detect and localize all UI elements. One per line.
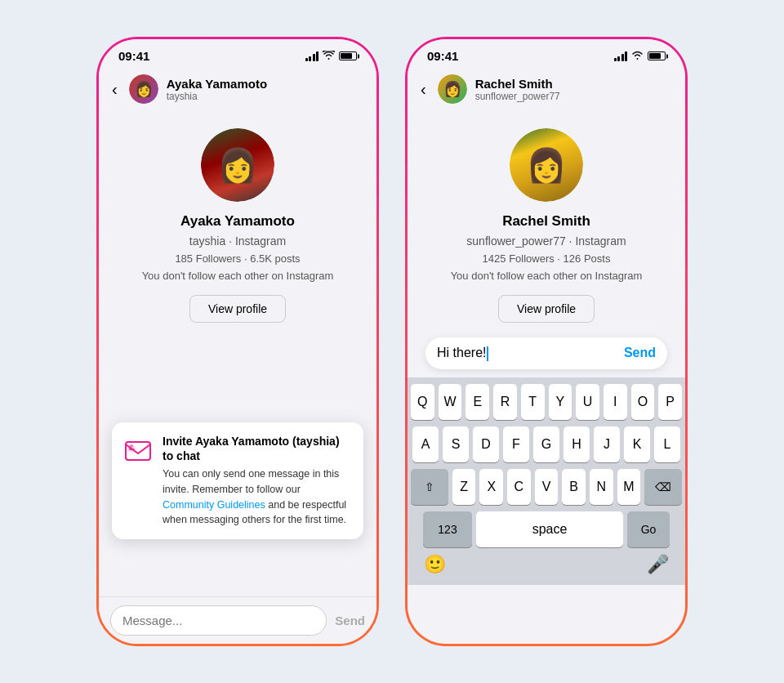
space-key[interactable]: space <box>476 511 623 547</box>
invite-text-block: Invite Ayaka Yamamoto (tayshia) to chat … <box>163 434 352 528</box>
message-input-active-right[interactable]: Hi there! Send <box>425 337 667 369</box>
profile-handle-left: tayshia · Instagram <box>189 234 286 248</box>
status-bar-left: 09:41 <box>99 39 376 68</box>
signal-icon-right <box>614 51 628 61</box>
message-input-left[interactable] <box>110 605 327 636</box>
battery-icon-right <box>648 51 666 60</box>
header-avatar-left: 👩 <box>129 74 158 104</box>
shift-key[interactable]: ⇧ <box>411 469 448 505</box>
message-input-wrapper-right: Hi there! Send <box>408 324 685 377</box>
key-g[interactable]: G <box>533 426 559 462</box>
left-phone: 09:41 <box>96 37 379 646</box>
key-w[interactable]: W <box>439 384 462 420</box>
key-r[interactable]: R <box>493 384 517 420</box>
invite-envelope-icon <box>123 435 153 471</box>
profile-handle-right: sunflower_power77 · Instagram <box>466 234 626 248</box>
keyboard-row-4: 123 space Go <box>411 511 682 547</box>
go-key[interactable]: Go <box>627 511 670 547</box>
key-u[interactable]: U <box>576 384 599 420</box>
profile-stats-left: 185 Followers · 6.5K posts <box>175 252 300 265</box>
key-d[interactable]: D <box>473 426 499 462</box>
chat-header-left: ‹ 👩 Ayaka Yamamoto tayshia <box>99 68 376 112</box>
key-v[interactable]: V <box>535 469 559 505</box>
key-p[interactable]: P <box>658 384 682 420</box>
key-b[interactable]: B <box>562 469 586 505</box>
status-time-left: 09:41 <box>118 49 149 63</box>
send-button-right[interactable]: Send <box>624 346 656 360</box>
numbers-key[interactable]: 123 <box>423 511 472 547</box>
header-info-left: Ayaka Yamamoto tayshia <box>167 77 363 102</box>
keyboard-right: Q W E R T Y U I O P A S D F G H J K <box>408 377 685 585</box>
key-k[interactable]: K <box>624 426 650 462</box>
chat-header-right: ‹ 👩 Rachel Smith sunflower_power77 <box>408 68 685 112</box>
battery-icon-left <box>339 51 357 60</box>
svg-point-2 <box>130 444 133 448</box>
keyboard-row-3: ⇧ Z X C V B N M ⌫ <box>411 469 682 505</box>
back-button-left[interactable]: ‹ <box>112 80 121 99</box>
back-button-right[interactable]: ‹ <box>421 80 430 99</box>
keyboard-bottom: 🙂 🎤 <box>411 554 682 575</box>
key-f[interactable]: F <box>503 426 529 462</box>
profile-avatar-large-left: 👩 <box>201 128 274 202</box>
message-input-area-left: Send <box>99 596 376 644</box>
header-username-left: tayshia <box>167 91 363 102</box>
profile-follow-status-left: You don't follow each other on Instagram <box>142 270 334 282</box>
header-name-right: Rachel Smith <box>475 77 672 91</box>
view-profile-button-right[interactable]: View profile <box>498 295 595 323</box>
status-icons-left <box>305 51 358 61</box>
signal-icon-left <box>305 51 319 61</box>
profile-stats-right: 1425 Followers · 126 Posts <box>483 252 611 265</box>
wifi-icon-left <box>323 51 335 61</box>
send-button-left[interactable]: Send <box>335 614 365 627</box>
key-a[interactable]: A <box>412 426 439 462</box>
chat-content-left: 👩 Ayaka Yamamoto tayshia · Instagram 185… <box>99 112 376 596</box>
profile-name-left: Ayaka Yamamoto <box>180 213 295 230</box>
invite-popup-left: Invite Ayaka Yamamoto (tayshia) to chat … <box>112 422 363 539</box>
profile-card-left: 👩 Ayaka Yamamoto tayshia · Instagram 185… <box>142 128 334 323</box>
key-h[interactable]: H <box>564 426 590 462</box>
key-n[interactable]: N <box>590 469 613 505</box>
status-icons-right <box>614 51 666 61</box>
key-l[interactable]: L <box>654 426 680 462</box>
keyboard-row-2: A S D F G H J K L <box>411 426 682 462</box>
key-j[interactable]: J <box>594 426 620 462</box>
right-phone: 09:41 <box>405 37 688 646</box>
key-z[interactable]: Z <box>452 469 476 505</box>
message-text-right: Hi there! <box>437 346 624 361</box>
header-username-right: sunflower_power77 <box>475 91 672 102</box>
wifi-icon-right <box>631 51 644 61</box>
key-o[interactable]: O <box>631 384 655 420</box>
keyboard-row-1: Q W E R T Y U I O P <box>411 384 682 420</box>
mic-key[interactable]: 🎤 <box>647 554 669 575</box>
emoji-key[interactable]: 🙂 <box>424 554 446 575</box>
profile-follow-status-right: You don't follow each other on Instagram <box>451 270 643 282</box>
profile-avatar-large-right: 👩 <box>510 128 583 202</box>
view-profile-button-left[interactable]: View profile <box>189 295 286 323</box>
key-e[interactable]: E <box>466 384 489 420</box>
status-time-right: 09:41 <box>427 49 458 63</box>
header-info-right: Rachel Smith sunflower_power77 <box>475 77 672 102</box>
profile-name-right: Rachel Smith <box>502 213 590 230</box>
key-i[interactable]: I <box>604 384 627 420</box>
chat-content-right: 👩 Rachel Smith sunflower_power77 · Insta… <box>408 112 685 324</box>
header-name-left: Ayaka Yamamoto <box>167 77 363 91</box>
invite-title: Invite Ayaka Yamamoto (tayshia) to chat <box>163 434 352 463</box>
invite-body: You can only send one message in this in… <box>163 466 352 528</box>
key-m[interactable]: M <box>617 469 641 505</box>
profile-card-right: 👩 Rachel Smith sunflower_power77 · Insta… <box>451 128 643 323</box>
key-x[interactable]: X <box>479 469 503 505</box>
key-q[interactable]: Q <box>411 384 434 420</box>
key-s[interactable]: S <box>443 426 469 462</box>
status-bar-right: 09:41 <box>408 39 685 68</box>
key-y[interactable]: Y <box>549 384 572 420</box>
community-guidelines-link[interactable]: Community Guidelines <box>163 499 265 511</box>
delete-key[interactable]: ⌫ <box>644 469 682 505</box>
key-c[interactable]: C <box>507 469 531 505</box>
header-avatar-right: 👩 <box>438 74 467 104</box>
key-t[interactable]: T <box>521 384 545 420</box>
